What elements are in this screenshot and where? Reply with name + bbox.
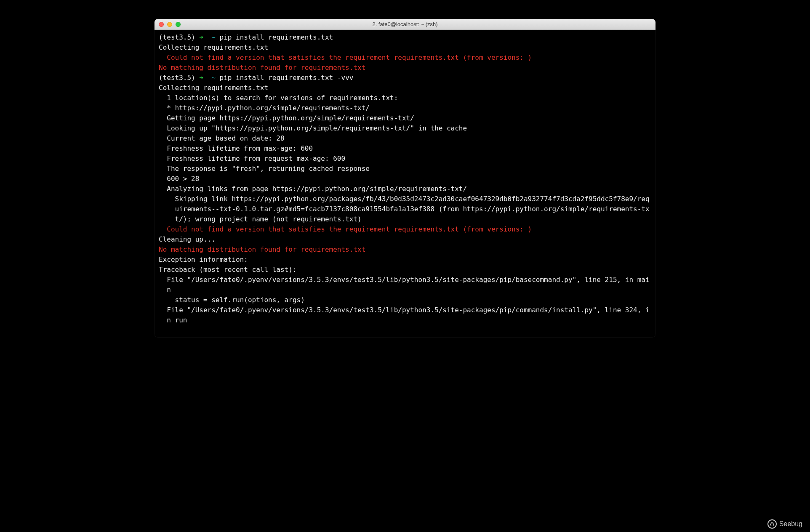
bug-icon [767, 519, 777, 529]
window-title: 2. fate0@localhost: ~ (zsh) [155, 21, 655, 27]
output-traceback: Traceback (most recent call last): [159, 265, 651, 275]
cwd-label: ~ [211, 74, 216, 82]
titlebar[interactable]: 2. fate0@localhost: ~ (zsh) [155, 19, 655, 30]
output-collecting-1: Collecting requirements.txt [159, 43, 651, 53]
output-lookup: Looking up "https://pypi.python.org/simp… [159, 123, 651, 133]
command-1: pip install requirements.txt [220, 33, 333, 41]
output-collecting-2: Collecting requirements.txt [159, 83, 651, 93]
prompt-line-1: (test3.5) ➜ ~ pip install requirements.t… [159, 32, 651, 43]
output-fresh-2: Freshness lifetime from request max-age:… [159, 154, 651, 164]
output-error-nomatch-1: No matching distribution found for requi… [159, 63, 651, 73]
venv-label: (test3.5) [159, 74, 195, 82]
minimize-icon[interactable] [167, 22, 172, 27]
venv-label: (test3.5) [159, 33, 195, 41]
output-status: status = self.run(options, args) [159, 295, 651, 305]
output-getting: Getting page https://pypi.python.org/sim… [159, 113, 651, 123]
terminal-window: 2. fate0@localhost: ~ (zsh) (test3.5) ➜ … [155, 19, 655, 337]
command-2: pip install requirements.txt -vvv [220, 74, 354, 82]
close-icon[interactable] [159, 22, 164, 27]
output-error-nomatch-2: No matching distribution found for requi… [159, 245, 651, 255]
output-cleaning: Cleaning up... [159, 234, 651, 245]
output-locations: 1 location(s) to search for versions of … [159, 93, 651, 103]
output-analyzing: Analyzing links from page https://pypi.p… [159, 184, 651, 194]
watermark: Seebug [767, 519, 802, 529]
prompt-arrow-icon: ➜ [199, 74, 203, 82]
output-file-2: File "/Users/fate0/.pyenv/versions/3.5.3… [159, 305, 651, 325]
traffic-lights [159, 22, 181, 27]
zoom-icon[interactable] [176, 22, 181, 27]
output-fresh-resp: The response is "fresh", returning cache… [159, 164, 651, 174]
output-file-1: File "/Users/fate0/.pyenv/versions/3.5.3… [159, 275, 651, 295]
terminal-body[interactable]: (test3.5) ➜ ~ pip install requirements.t… [155, 30, 655, 337]
prompt-arrow-icon: ➜ [199, 33, 203, 41]
cwd-label: ~ [211, 33, 216, 41]
output-fresh-1: Freshness lifetime from max-age: 600 [159, 144, 651, 154]
output-error-noversion-1: Could not find a version that satisfies … [159, 53, 651, 63]
prompt-line-2: (test3.5) ➜ ~ pip install requirements.t… [159, 73, 651, 83]
output-skipping: Skipping link https://pypi.python.org/pa… [159, 194, 651, 224]
watermark-text: Seebug [779, 520, 802, 528]
output-age: Current age based on date: 28 [159, 133, 651, 144]
output-star-url: * https://pypi.python.org/simple/require… [159, 103, 651, 113]
output-error-noversion-2: Could not find a version that satisfies … [159, 224, 651, 234]
output-exception-info: Exception information: [159, 255, 651, 265]
output-gt: 600 > 28 [159, 174, 651, 184]
